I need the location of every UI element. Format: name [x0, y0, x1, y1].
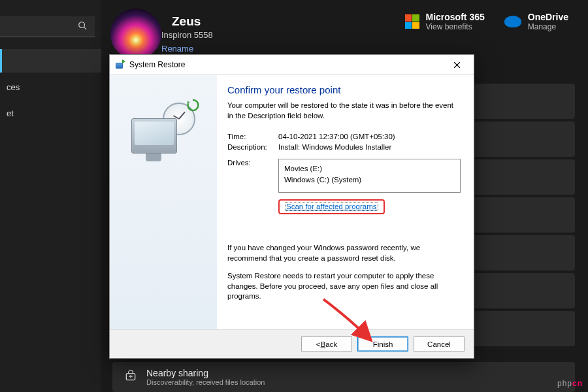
description-value: Install: Windows Modules Installer [278, 143, 461, 151]
sidebar-item-active[interactable] [0, 49, 101, 73]
sidebar-item[interactable]: ces [0, 75, 101, 99]
user-avatar[interactable] [110, 8, 161, 59]
close-button[interactable] [445, 56, 468, 74]
dialog-sidebar-image [110, 75, 217, 329]
dialog-intro: Your computer will be restored to the st… [227, 101, 461, 121]
back-button[interactable]: < Back [301, 336, 352, 351]
nearby-sub: Discoverability, received files location [146, 378, 265, 386]
description-label: Description: [227, 143, 278, 151]
drive-item: Movies (E:) [284, 163, 455, 174]
svg-line-1 [84, 27, 87, 30]
password-note: If you have changed your Windows passwor… [227, 243, 461, 263]
search-icon [78, 21, 87, 32]
drives-label: Drives: [227, 159, 278, 214]
rename-link[interactable]: Rename [161, 44, 213, 54]
share-icon [124, 369, 137, 385]
ms365-sub: View benefits [426, 22, 485, 31]
dialog-title: System Restore [129, 60, 185, 69]
drives-list: Movies (E:) Windows (C:) (System) [278, 159, 461, 193]
cancel-button[interactable]: Cancel [414, 336, 465, 351]
nearby-sharing-row[interactable]: Nearby sharing Discoverability, received… [112, 362, 575, 392]
nearby-title: Nearby sharing [146, 368, 265, 378]
ms365-card[interactable]: Microsoft 365 View benefits [405, 12, 485, 31]
time-label: Time: [227, 133, 278, 140]
restart-note: System Restore needs to restart your com… [227, 271, 461, 302]
scan-highlight-annotation: Scan for affected programs [278, 199, 385, 214]
onedrive-icon [504, 16, 521, 27]
dialog-heading: Confirm your restore point [227, 84, 461, 95]
drive-item: Windows (C:) (System) [284, 174, 455, 186]
device-name: Zeus [172, 14, 213, 29]
onedrive-title: OneDrive [528, 12, 568, 22]
svg-point-0 [79, 22, 85, 28]
sidebar-item[interactable]: et [0, 101, 101, 125]
system-restore-dialog: System Restore Confirm your restore poin… [109, 54, 474, 359]
onedrive-sub: Manage [528, 22, 568, 31]
time-value: 04-10-2021 12:37:00 (GMT+05:30) [278, 133, 461, 140]
finish-button[interactable]: Finish [357, 336, 408, 351]
settings-sidebar: ces et [0, 0, 101, 392]
microsoft-icon [405, 14, 419, 29]
scan-affected-link[interactable]: Scan for affected programs [285, 202, 378, 211]
system-header: Zeus Inspiron 5558 Rename Microsoft 365 … [101, 0, 588, 59]
system-restore-icon [115, 59, 125, 70]
ms365-title: Microsoft 365 [426, 12, 485, 22]
search-input[interactable] [0, 16, 95, 37]
watermark: phpcn [557, 379, 583, 388]
device-model: Inspiron 5558 [161, 30, 213, 40]
dialog-footer: < Back Finish Cancel [110, 329, 474, 358]
onedrive-card[interactable]: OneDrive Manage [504, 12, 568, 31]
dialog-titlebar[interactable]: System Restore [110, 55, 474, 74]
